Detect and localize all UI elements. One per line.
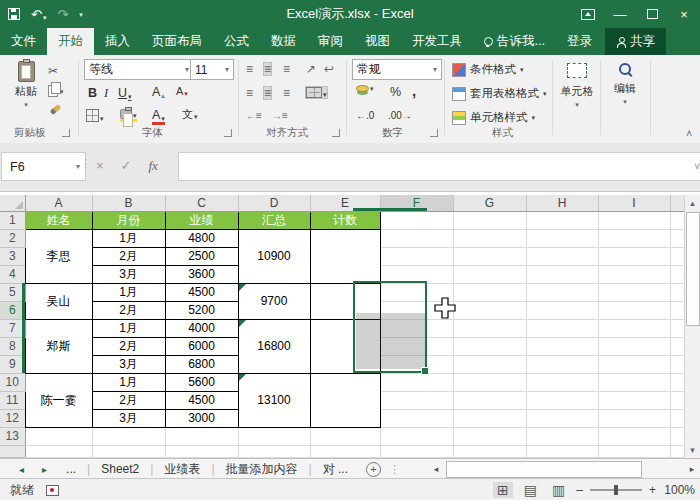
cell-count[interactable]	[310, 373, 380, 427]
orientation-button[interactable]: ↗	[306, 63, 316, 75]
cell-empty[interactable]	[238, 445, 310, 457]
middle-align-button[interactable]: ≡	[264, 63, 271, 75]
wrap-text-button[interactable]: ↩	[324, 63, 334, 75]
number-format-combo[interactable]: 常规 ▾	[352, 59, 442, 80]
row-header-12[interactable]: 12	[0, 409, 25, 427]
page-break-view-icon[interactable]: ▥	[548, 482, 569, 498]
cell-header[interactable]: 业绩	[165, 211, 238, 229]
cell-month[interactable]: 3月	[92, 409, 165, 427]
conditional-formatting-button[interactable]: 条件格式▾	[452, 62, 524, 77]
sheet-nav-right-icon[interactable]: ▸	[33, 464, 56, 475]
cell-empty[interactable]	[380, 445, 453, 457]
cell-empty[interactable]	[526, 373, 598, 391]
row-header-partial[interactable]	[0, 445, 25, 457]
cut-button[interactable]: ✂	[48, 65, 58, 77]
column-header-C[interactable]: C	[165, 195, 238, 211]
alignment-dialog-launcher[interactable]	[332, 129, 340, 137]
cell-total[interactable]: 10900	[238, 229, 310, 283]
percent-style-button[interactable]: %	[390, 86, 401, 99]
cell-empty[interactable]	[598, 283, 670, 301]
zoom-level[interactable]: 100%	[663, 483, 695, 497]
cell-empty[interactable]	[526, 229, 598, 247]
maximize-button[interactable]	[636, 0, 668, 28]
cell-header[interactable]: 姓名	[25, 211, 92, 229]
cell-empty[interactable]	[526, 337, 598, 355]
cell-header[interactable]: 汇总	[238, 211, 310, 229]
cell-empty[interactable]	[526, 247, 598, 265]
close-button[interactable]: ×	[668, 0, 700, 28]
underline-button[interactable]: U▾	[118, 87, 132, 100]
cell-empty[interactable]	[670, 319, 684, 337]
cell-empty[interactable]	[453, 355, 526, 373]
comma-style-button[interactable]: ,	[412, 83, 416, 98]
column-header-partial[interactable]	[670, 195, 684, 211]
cell-empty[interactable]	[598, 445, 670, 457]
macro-record-icon[interactable]	[46, 485, 59, 496]
ribbon-tab-2[interactable]: 插入	[94, 28, 141, 55]
customize-qat-button[interactable]: ▾	[79, 11, 83, 18]
cell-value[interactable]: 4000	[165, 319, 238, 337]
cell-month[interactable]: 2月	[92, 301, 165, 319]
cell-empty[interactable]	[526, 265, 598, 283]
cell-count[interactable]	[310, 229, 380, 283]
cell-empty[interactable]	[453, 445, 526, 457]
editing-button[interactable]: 编辑 ▾	[604, 63, 646, 105]
cell-value[interactable]: 2500	[165, 247, 238, 265]
cell-empty[interactable]	[25, 445, 92, 457]
collapse-ribbon-button[interactable]: ˄	[686, 128, 692, 139]
cell-empty[interactable]	[453, 319, 526, 337]
sheet-tab-1[interactable]: 业绩表	[154, 461, 210, 478]
cell-name[interactable]: 郑斯	[25, 319, 92, 373]
zoom-slider-handle[interactable]	[614, 485, 618, 495]
cell-empty[interactable]	[453, 265, 526, 283]
row-header-13[interactable]: 13	[0, 427, 25, 445]
cell-empty[interactable]	[453, 283, 526, 301]
cell-empty[interactable]	[453, 229, 526, 247]
increase-indent-button[interactable]: →≡	[272, 111, 288, 121]
column-header-A[interactable]: A	[25, 195, 92, 211]
cell-empty[interactable]	[310, 445, 380, 457]
sheet-tab-2[interactable]: 批量添加内容	[216, 461, 308, 478]
phonetic-button[interactable]: 文▾	[182, 109, 198, 120]
scroll-down-icon[interactable]: ▾	[685, 442, 700, 457]
cell-styles-button[interactable]: 单元格样式▾	[452, 110, 535, 125]
row-header-11[interactable]: 11	[0, 391, 25, 409]
cell-empty[interactable]	[453, 373, 526, 391]
ribbon-tab-1[interactable]: 开始	[47, 28, 94, 55]
column-header-G[interactable]: G	[453, 195, 526, 211]
sheet-tab-3[interactable]: 对 ...	[313, 461, 358, 478]
cell-month[interactable]: 3月	[92, 265, 165, 283]
page-layout-view-icon[interactable]: ▤	[520, 482, 541, 498]
cell-empty[interactable]	[598, 229, 670, 247]
accounting-format-button[interactable]: ▾	[356, 85, 374, 92]
cell-empty[interactable]	[453, 337, 526, 355]
cell-empty[interactable]	[526, 409, 598, 427]
cell-empty[interactable]	[310, 427, 380, 445]
clipboard-dialog-launcher[interactable]	[62, 129, 70, 137]
cell-empty[interactable]	[598, 355, 670, 373]
sheet-tab-0[interactable]: Sheet2	[91, 462, 149, 476]
cell-empty[interactable]	[670, 211, 684, 229]
cell-empty[interactable]	[380, 427, 453, 445]
cell-month[interactable]: 2月	[92, 247, 165, 265]
horizontal-scroll-thumb[interactable]	[446, 461, 642, 478]
column-header-H[interactable]: H	[526, 195, 598, 211]
cell-empty[interactable]	[670, 391, 684, 409]
cell-name[interactable]: 吴山	[25, 283, 92, 319]
hscroll-left-icon[interactable]: ◂	[428, 461, 444, 477]
top-align-button[interactable]: ≡	[246, 63, 253, 75]
cell-empty[interactable]	[598, 211, 670, 229]
cell-empty[interactable]	[598, 247, 670, 265]
vertical-scrollbar[interactable]: ▴ ▾	[684, 195, 700, 458]
row-header-2[interactable]: 2	[0, 229, 25, 247]
sheet-nav-left-icon[interactable]: ◂	[10, 464, 33, 475]
align-right-button[interactable]: ≡	[283, 87, 290, 99]
shrink-font-button[interactable]: A▾	[176, 86, 188, 97]
ribbon-tab-3[interactable]: 页面布局	[141, 28, 213, 55]
cell-month[interactable]: 1月	[92, 373, 165, 391]
selection-border[interactable]	[353, 281, 427, 373]
decrease-decimal-button[interactable]: .00→	[388, 111, 412, 121]
increase-decimal-button[interactable]: ←.0	[356, 111, 374, 121]
cell-empty[interactable]	[598, 319, 670, 337]
cell-empty[interactable]	[526, 211, 598, 229]
